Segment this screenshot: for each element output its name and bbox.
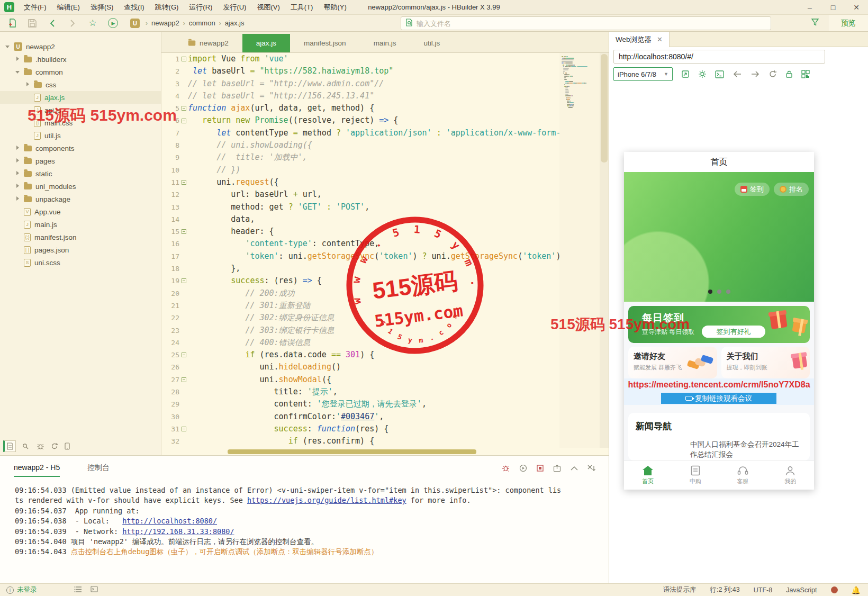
outline-list-icon[interactable] bbox=[74, 586, 82, 594]
line-number[interactable]: 10 bbox=[161, 164, 179, 176]
chevron-right-icon[interactable] bbox=[15, 57, 21, 62]
line-number[interactable]: 24 bbox=[161, 337, 179, 349]
menu-item-文件(F)[interactable]: 文件(F) bbox=[19, 0, 52, 14]
tree-item-.hbuilderx[interactable]: .hbuilderx bbox=[0, 53, 161, 66]
copy-meeting-link-button[interactable]: 复制链接观看会议 bbox=[661, 393, 776, 404]
chevron-down-icon[interactable] bbox=[5, 44, 11, 49]
line-number[interactable]: 12 bbox=[161, 188, 179, 201]
line-number[interactable]: 1 bbox=[161, 53, 179, 65]
fold-marker-icon[interactable] bbox=[182, 106, 186, 111]
tree-item-pages[interactable]: pages bbox=[0, 155, 161, 167]
line-number[interactable]: 2 bbox=[161, 65, 179, 77]
fold-marker-icon[interactable] bbox=[182, 377, 186, 382]
tree-item-ajax.js[interactable]: Jajax.js bbox=[0, 91, 161, 104]
chevron-down-icon[interactable] bbox=[15, 69, 21, 75]
minimap[interactable] bbox=[559, 53, 600, 448]
fold-cell[interactable] bbox=[179, 114, 188, 127]
line-number[interactable]: 23 bbox=[161, 324, 179, 337]
browser-tab[interactable]: Web浏览器 ✕ bbox=[609, 32, 670, 47]
console-link[interactable]: http://localhost:8080/ bbox=[122, 517, 217, 525]
terminal-small-icon[interactable] bbox=[91, 586, 98, 594]
forward-icon[interactable] bbox=[65, 16, 80, 30]
line-number[interactable]: 27 bbox=[161, 374, 179, 386]
swiper-dots[interactable] bbox=[624, 290, 814, 294]
debug-bug-icon[interactable] bbox=[502, 464, 510, 472]
minimize-button[interactable]: – bbox=[798, 0, 821, 15]
breadcrumb-file[interactable]: ajax.js bbox=[225, 19, 245, 27]
line-number[interactable]: 15 bbox=[161, 225, 179, 238]
line-number[interactable]: 32 bbox=[161, 435, 179, 447]
fold-marker-icon[interactable] bbox=[182, 180, 186, 185]
horizontal-scrollbar-thumb[interactable] bbox=[228, 449, 476, 454]
device-selector[interactable]: iPhone 6/7/8 ▼ bbox=[613, 67, 673, 81]
editor-tab-main.js[interactable]: main.js bbox=[360, 34, 410, 52]
debug-bug-icon[interactable] bbox=[37, 443, 44, 450]
signin-gift-button[interactable]: 签到有好礼 bbox=[702, 326, 765, 338]
line-number[interactable]: 16 bbox=[161, 238, 179, 250]
refresh-panel-icon[interactable] bbox=[51, 443, 58, 450]
console-link[interactable]: http://192.168.31.33:8080/ bbox=[122, 527, 234, 536]
preview-button[interactable]: 预览 bbox=[828, 15, 868, 31]
tree-item-util.js[interactable]: Jutil.js bbox=[0, 129, 161, 142]
line-number[interactable]: 9 bbox=[161, 151, 179, 164]
file-search-box[interactable] bbox=[401, 16, 771, 30]
tree-item-uni.scss[interactable]: Suni.scss bbox=[0, 256, 161, 269]
export-log-icon[interactable] bbox=[553, 464, 561, 472]
browser-forward-icon[interactable] bbox=[751, 70, 760, 78]
tree-item-pages.json[interactable]: [ ]pages.json bbox=[0, 243, 161, 256]
login-status[interactable]: i 未登录 bbox=[6, 585, 37, 594]
home-banner-swiper[interactable]: 签到 排名 bbox=[624, 172, 814, 302]
tree-item-newapp2[interactable]: Unewapp2 bbox=[0, 40, 161, 53]
chevron-right-icon[interactable] bbox=[15, 146, 21, 151]
line-number[interactable]: 26 bbox=[161, 361, 179, 373]
browser-tab-close-icon[interactable]: ✕ bbox=[657, 35, 663, 43]
line-number[interactable]: 21 bbox=[161, 300, 179, 312]
maximize-button[interactable]: □ bbox=[821, 0, 845, 15]
tab-mine[interactable]: 我的 bbox=[766, 461, 814, 490]
tab-home[interactable]: 首页 bbox=[624, 461, 672, 490]
address-bar[interactable] bbox=[613, 50, 825, 64]
url-input[interactable] bbox=[614, 52, 825, 61]
fold-cell[interactable] bbox=[179, 275, 188, 287]
swiper-dot[interactable] bbox=[717, 290, 721, 294]
editor-tab-util.js[interactable]: util.js bbox=[410, 34, 454, 52]
menu-item-跳转(G)[interactable]: 跳转(G) bbox=[150, 0, 184, 14]
menu-item-运行(R)[interactable]: 运行(R) bbox=[184, 0, 218, 14]
line-number[interactable]: 11 bbox=[161, 176, 179, 188]
line-number[interactable]: 20 bbox=[161, 287, 179, 300]
fold-cell[interactable] bbox=[179, 176, 188, 188]
fold-marker-icon[interactable] bbox=[182, 353, 186, 357]
tree-item-main.js[interactable]: Jmain.js bbox=[0, 218, 161, 231]
new-file-icon[interactable] bbox=[4, 16, 20, 30]
tree-item-manifest.json[interactable]: {:}manifest.json bbox=[0, 231, 161, 243]
chevron-right-icon[interactable] bbox=[15, 184, 21, 189]
back-icon[interactable] bbox=[44, 16, 60, 30]
device-panel-icon[interactable] bbox=[65, 443, 70, 450]
ranking-pill-button[interactable]: 排名 bbox=[774, 183, 809, 196]
line-number[interactable]: 19 bbox=[161, 275, 179, 287]
fold-cell[interactable] bbox=[179, 102, 188, 114]
save-icon[interactable] bbox=[24, 16, 40, 30]
invite-friends-card[interactable]: 邀请好友 赋能发展 群雁齐飞 bbox=[628, 347, 717, 378]
fold-marker-icon[interactable] bbox=[182, 278, 186, 283]
lock-icon[interactable] bbox=[785, 70, 793, 78]
fold-marker-icon[interactable] bbox=[182, 119, 186, 123]
fold-marker-icon[interactable] bbox=[182, 229, 186, 234]
chevron-right-icon[interactable] bbox=[15, 171, 21, 176]
open-external-icon[interactable] bbox=[681, 70, 690, 78]
horizontal-scrollbar[interactable] bbox=[161, 448, 609, 455]
menu-item-发行(U)[interactable]: 发行(U) bbox=[218, 0, 251, 14]
stop-icon[interactable] bbox=[537, 465, 544, 472]
tree-item-common[interactable]: common bbox=[0, 66, 161, 78]
menu-item-编辑(E)[interactable]: 编辑(E) bbox=[52, 0, 85, 14]
line-number[interactable]: 3 bbox=[161, 78, 179, 90]
swiper-dot[interactable] bbox=[708, 290, 712, 294]
tree-item-static[interactable]: static bbox=[0, 167, 161, 180]
console-tab-控制台[interactable]: 控制台 bbox=[87, 463, 110, 477]
record-dot-icon[interactable] bbox=[831, 586, 838, 593]
editor-tab-newapp2[interactable]: newapp2 bbox=[174, 34, 242, 52]
notification-bell-icon[interactable]: 🔔 bbox=[852, 586, 861, 594]
line-number[interactable]: 31 bbox=[161, 423, 179, 435]
qr-code-icon[interactable] bbox=[801, 70, 810, 78]
tree-item-unpackage[interactable]: unpackage bbox=[0, 193, 161, 205]
